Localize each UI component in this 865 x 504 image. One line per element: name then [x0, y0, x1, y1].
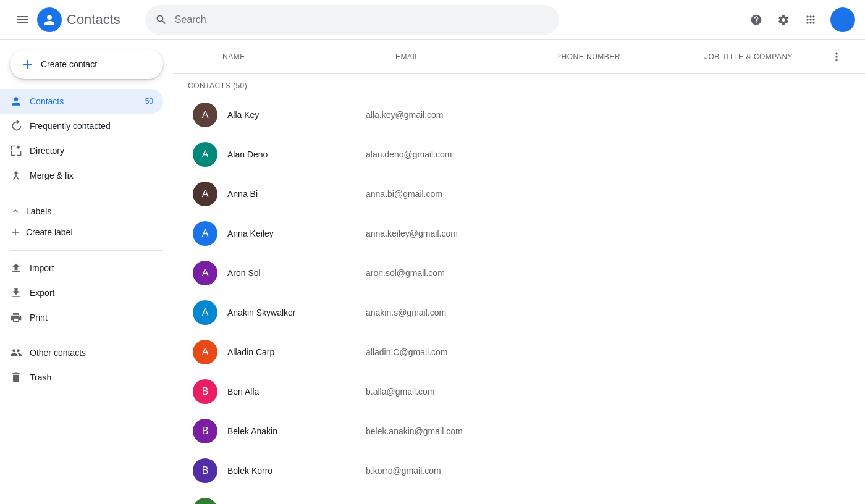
top-actions: [744, 7, 855, 32]
sidebar-item-export[interactable]: Export: [0, 280, 163, 305]
contact-email: anakin.s@gmail.com: [366, 308, 526, 317]
contacts-nav-label: Contacts: [30, 96, 64, 106]
apps-button[interactable]: [798, 7, 823, 32]
col-header-name: Name: [222, 52, 395, 61]
create-contact-label: Create contact: [41, 59, 97, 69]
labels-section: Labels Create label: [0, 198, 173, 245]
sidebar-divider-2: [10, 250, 163, 251]
create-label-text: Create label: [26, 227, 73, 237]
contact-name: Bolek Korro: [227, 466, 366, 476]
contact-name: Anakin Skywalker: [227, 308, 366, 317]
sidebar-item-trash[interactable]: Trash: [0, 365, 163, 390]
table-row[interactable]: A Alladin Carp alladin.C@gmail.com: [178, 332, 860, 372]
sidebar-item-contacts[interactable]: Contacts 50: [0, 89, 163, 114]
table-row[interactable]: A Anna Keiley anna.keiley@gmail.com: [178, 214, 860, 253]
contact-name: Aron Sol: [227, 268, 366, 278]
contacts-badge: 50: [145, 97, 153, 106]
table-row[interactable]: B Belek Anakin belek.anakin@gmail.com: [178, 411, 860, 451]
labels-header[interactable]: Labels: [10, 201, 163, 222]
sidebar: Create contact Contacts 50 Frequently co…: [0, 40, 173, 504]
sidebar-item-print[interactable]: Print: [0, 305, 163, 330]
person-icon: [10, 95, 22, 107]
import-label: Import: [30, 263, 54, 273]
table-row[interactable]: A Alan Deno alan.deno@gmail.com: [178, 135, 860, 174]
contact-email: belek.anakin@gmail.com: [366, 426, 526, 436]
top-bar: Contacts: [0, 0, 865, 40]
contacts-count: CONTACTS (50): [173, 74, 865, 95]
directory-label: Directory: [30, 146, 64, 156]
search-icon: [155, 14, 167, 26]
contact-name: Anna Keiley: [227, 229, 366, 238]
help-button[interactable]: [744, 7, 769, 32]
frequently-contacted-label: Frequently contacted: [30, 121, 111, 131]
table-row[interactable]: A Alla Key alla.key@gmail.com: [178, 95, 860, 135]
contacts-container: A Alla Key alla.key@gmail.com A Alan Den…: [173, 95, 865, 504]
contact-email: b.alla@gmail.com: [366, 387, 526, 397]
sidebar-item-merge-fix[interactable]: Merge & fix: [0, 163, 163, 188]
labels-title: Labels: [26, 206, 51, 216]
contact-email: alla.key@gmail.com: [366, 110, 526, 120]
list-header: Name Email Phone number Job title & comp…: [173, 40, 865, 74]
contact-email: anna.bi@gmail.com: [366, 189, 526, 199]
history-icon: [10, 120, 22, 132]
merge-fix-label: Merge & fix: [30, 170, 74, 180]
search-input[interactable]: [175, 14, 549, 25]
avatar: A: [193, 340, 217, 364]
logo-area: Contacts: [37, 7, 120, 32]
contact-email: aron.sol@gmail.com: [366, 268, 526, 278]
create-contact-button[interactable]: Create contact: [10, 49, 163, 79]
export-label: Export: [30, 288, 54, 298]
avatar: A: [193, 103, 217, 127]
contact-name: Ben Alla: [227, 387, 366, 397]
user-avatar[interactable]: [830, 7, 855, 32]
avatar: B: [193, 458, 217, 483]
logo-avatar: [37, 7, 62, 32]
avatar: A: [193, 182, 217, 206]
table-row[interactable]: A Anna Bi anna.bi@gmail.com: [178, 174, 860, 214]
col-header-email: Email: [395, 52, 556, 61]
sidebar-item-frequently-contacted[interactable]: Frequently contacted: [0, 114, 163, 138]
search-input-wrap[interactable]: [145, 5, 559, 35]
table-row[interactable]: A Aron Sol aron.sol@gmail.com: [178, 253, 860, 293]
avatar: A: [193, 142, 217, 167]
sidebar-item-directory[interactable]: Directory: [0, 138, 163, 163]
trash-label: Trash: [30, 372, 51, 382]
sidebar-divider-1: [10, 193, 163, 193]
search-bar: [145, 5, 559, 35]
more-options-button[interactable]: [825, 46, 848, 68]
other-contacts-icon: [10, 346, 22, 359]
other-contacts-label: Other contacts: [30, 348, 86, 358]
contact-name: Alladin Carp: [227, 347, 366, 357]
contact-name: Anna Bi: [227, 189, 366, 199]
table-row[interactable]: B Bolek Korro b.korro@gmail.com: [178, 451, 860, 490]
export-icon: [10, 287, 22, 299]
contact-name: Alla Key: [227, 110, 366, 120]
main-content: Create contact Contacts 50 Frequently co…: [0, 40, 865, 504]
sidebar-item-import[interactable]: Import: [0, 256, 163, 280]
table-row[interactable]: A Anakin Skywalker anakin.s@gmail.com: [178, 293, 860, 332]
app-container: Contacts: [0, 0, 865, 504]
settings-button[interactable]: [771, 7, 796, 32]
contact-name: Alan Deno: [227, 149, 366, 159]
chevron-up-icon: [10, 206, 21, 217]
contact-name: Belek Anakin: [227, 426, 366, 436]
col-header-actions: [825, 46, 850, 68]
grid-icon: [10, 145, 22, 157]
import-icon: [10, 262, 22, 274]
print-label: Print: [30, 313, 48, 322]
avatar: A: [193, 221, 217, 246]
table-row[interactable]: B Ben Alla b.alla@gmail.com: [178, 372, 860, 411]
avatar: B: [193, 419, 217, 443]
sidebar-divider-3: [10, 335, 163, 335]
add-label-icon: [10, 227, 21, 238]
avatar: A: [193, 300, 217, 325]
sidebar-item-other-contacts[interactable]: Other contacts: [0, 340, 163, 365]
col-header-job: Job title & company: [704, 52, 825, 61]
table-row[interactable]: C Ciaran Blabla ciaran.b@gmail.com: [178, 490, 860, 504]
app-name: Contacts: [67, 12, 120, 28]
hamburger-menu-button[interactable]: [10, 7, 35, 32]
avatar: A: [193, 261, 217, 285]
create-label-button[interactable]: Create label: [10, 222, 163, 243]
merge-icon: [10, 169, 22, 182]
contact-email: anna.keiley@gmail.com: [366, 229, 526, 238]
